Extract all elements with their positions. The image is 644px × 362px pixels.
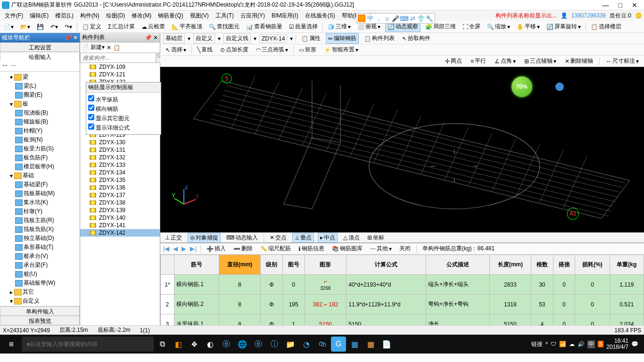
perf-circle[interactable]: 70% [512,76,532,97]
ime-switch-icon[interactable]: ⇄ [409,15,416,22]
layer-select[interactable]: 基础层 [163,33,185,43]
delete-component-icon[interactable]: ✕ [107,44,111,51]
component-item[interactable]: ZDYX-135 [80,176,160,184]
select-tool[interactable]: ↖ 选择▾ [163,44,189,55]
menu-modify[interactable]: 修改(M) [129,11,154,21]
maximize-button[interactable]: □ [619,1,622,9]
two-point-axis[interactable]: ✢ 两点 [443,56,464,66]
batch-select-button[interactable]: ☑ 批量选择 [287,22,320,32]
flush-top-button[interactable]: 📐 平齐板顶 [170,22,204,32]
tree-item[interactable]: 承台梁(F) [1,261,79,270]
rebar-library-button[interactable]: 📚 钢筋图库 [330,244,364,254]
tree-item[interactable]: 基础梁(F) [1,180,79,189]
tree-item[interactable]: ▾板 [1,99,79,108]
find-element-button[interactable]: 🔍 查找图元 [207,22,241,32]
collapse-tree-icon[interactable]: ⁻⁻ [10,63,16,70]
object-snap-toggle[interactable]: ◎ 对象捕捉 [188,233,221,243]
coord-snap[interactable]: ⊞ 坐标 [365,233,386,242]
menu-tools[interactable]: 工具(T) [213,11,237,21]
comp-list-pin-icon[interactable]: 📌 ✕ [145,34,158,41]
tree-item[interactable]: ▾基础 [1,171,79,180]
perp-snap[interactable]: ⊥ 垂点 [292,233,314,243]
comp-list-button[interactable]: 📋 构件列表 [362,33,397,44]
edge-icon-2[interactable]: ⓔ [251,337,266,352]
tray-ime1-icon[interactable]: 中 [587,340,595,348]
component-item[interactable]: ZDYX-132 [80,154,160,161]
ime-skin-icon[interactable]: 👕 [417,15,425,22]
zoom-button[interactable]: 🔍 缩放▾ [485,22,512,32]
component-item[interactable]: ZDYX-140 [80,214,160,222]
tree-item[interactable]: 基础板带(W) [1,279,79,288]
dimension-tool[interactable]: ↔ 尺寸标注▾ [603,56,641,66]
component-item[interactable]: ZDYX-139 [80,206,160,214]
menu-edit[interactable]: 编辑(E) [27,11,51,21]
component-item[interactable]: ZDYX-121 [80,71,160,78]
ime-toolbar[interactable]: 🟧 中 ， ☺ 🎤 ⌨ ⇄ 👕 🔧 [356,13,435,24]
select-floor-button[interactable]: 📋 选择楼层 [589,22,623,32]
fullscreen-button[interactable]: ⛶ 全屏 [461,22,482,32]
perf-toggle-icon[interactable] [555,82,564,91]
property-button[interactable]: 📋 属性 [299,33,323,44]
point-length-tool[interactable]: ⊙ 点加长度 [218,44,251,55]
component-item[interactable]: ZDYX-138 [80,199,160,206]
tree-item[interactable]: 柱帽(Y) [1,126,79,135]
rect-tool[interactable]: ▭ 矩形 [297,44,319,55]
vertex-snap[interactable]: △ 顶点 [341,233,362,242]
user-id[interactable]: 13907298339 [571,12,606,19]
smart-layout-tool[interactable]: ⚡ 智能布置▾ [322,44,361,55]
view-rebar-button[interactable]: 📊 查看钢筋量 [244,22,284,32]
menu-rebar[interactable]: 钢筋量(Q) [155,11,186,21]
intersect-snap[interactable]: ✕ 交点 [268,233,289,242]
store-icon[interactable]: 🛍 [315,337,330,352]
component-item[interactable]: ZDYX-130 [80,139,160,146]
tree-item[interactable]: 筏板负筋(X) [1,225,79,234]
tree-item[interactable]: 柱墩(Y) [1,207,79,216]
task-app-7[interactable]: ▦ [363,337,378,352]
delete-axis[interactable]: ✕ 删除辅轴 [562,56,595,66]
ime-punct-icon[interactable]: ， [375,15,382,22]
component-select[interactable]: ZDYX-14 [259,34,287,43]
minimize-button[interactable]: — [603,1,609,9]
close-button[interactable]: ✕ [632,1,637,9]
tray-clock[interactable]: 16:412018/4/7 [606,338,628,350]
close-table-button[interactable]: 关闭 [397,244,413,254]
dyn-input-toggle[interactable]: ⌨ 动态输入 [224,233,260,242]
taskbar-search-input[interactable] [30,341,149,347]
tree-item[interactable]: 桩(U) [1,270,79,279]
midpoint-snap[interactable]: ▸ 中点 [318,233,338,243]
ie-icon[interactable]: ⓘ [267,337,282,352]
component-item[interactable]: ZDYX-131 [80,146,160,154]
tree-item[interactable]: 现浇板(B) [1,108,79,117]
tab-draw-input[interactable]: 绘图输入 [0,52,80,61]
expand-tree-icon[interactable]: ⁺⁺ [2,63,8,70]
ortho-toggle[interactable]: ⊥ 正交 [163,233,184,242]
component-item[interactable]: ZDYX-136 [80,184,160,191]
task-app-2[interactable]: ❖ [187,337,202,352]
copy-component-icon[interactable]: 📋 [113,44,120,51]
performance-widget[interactable]: 70% ↑ 0K/s ↓ 0K/s [512,76,564,97]
tree-item[interactable]: ▾梁 [1,73,79,82]
component-item[interactable]: ZDYX-141 [80,222,160,229]
save-icon[interactable]: 💾 [35,23,46,31]
3d-viewport[interactable]: /*lines*/ [160,67,644,232]
tree-item[interactable]: 独立基础(D) [1,234,79,243]
edge-icon[interactable]: ⓔ [219,337,234,352]
menu-component[interactable]: 构件(N) [77,11,102,21]
redo-icon[interactable]: ↷▾ [63,23,74,31]
rebar-check[interactable]: 显示详细公式 [88,123,159,132]
next-row-button[interactable]: ▶ [182,245,186,252]
tab-report-preview[interactable]: 报表预览 [0,316,80,325]
component-item[interactable]: ZDYX-142 [80,229,160,237]
pick-component-button[interactable]: ↖ 拾取构件 [400,33,433,44]
component-item[interactable]: ZDYX-137 [80,191,160,199]
component-item[interactable]: ZDYX-134 [80,169,160,176]
prev-row-button[interactable]: ◀ [173,245,178,252]
menu-view[interactable]: 视图(V) [187,11,212,21]
tree-item[interactable]: 板受力筋(S) [1,144,79,153]
task-app-4[interactable]: 🌐 [235,337,250,352]
task-app-8[interactable]: 📄 [379,337,394,352]
screen-rotate-button[interactable]: 🔄 屏幕旋转▾ [545,22,583,32]
tree-item[interactable]: ▾自定义 [1,296,79,305]
tray-links[interactable]: 链接 [531,340,543,348]
nav-tree[interactable]: ▾梁梁(L)圈梁(E)▾板现浇板(B)螺旋板(B)柱帽(Y)板洞(N)板受力筋(… [0,72,80,306]
